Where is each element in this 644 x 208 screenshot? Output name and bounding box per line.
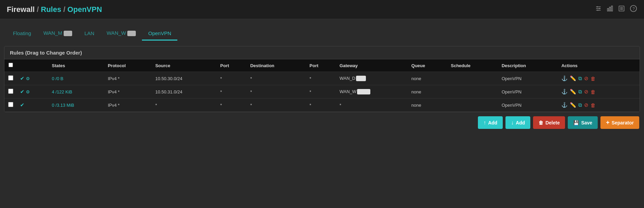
breadcrumb-sep2: /: [63, 5, 65, 14]
tab-openvpn[interactable]: OpenVPN: [142, 28, 177, 41]
row1-queue: none: [408, 72, 448, 85]
header-icons: ?: [595, 5, 637, 14]
row1-delete-icon[interactable]: 🗑: [591, 76, 596, 81]
col-icons: [17, 59, 48, 72]
col-schedule: Schedule: [448, 59, 498, 72]
help-icon[interactable]: ?: [630, 5, 637, 14]
row1-copy-icon[interactable]: ⧉: [578, 75, 582, 81]
row1-checkbox[interactable]: [8, 75, 13, 80]
add-bottom-button[interactable]: ↓ Add: [505, 116, 530, 129]
row3-port-src: *: [217, 99, 247, 112]
row2-edit-icon[interactable]: ✏️: [570, 89, 576, 95]
col-gateway: Gateway: [336, 59, 408, 72]
row2-description: OpenVPN: [498, 85, 558, 99]
separator-icon: +: [606, 119, 610, 126]
row1-edit-icon[interactable]: ✏️: [570, 75, 576, 81]
separator-label: Separator: [612, 120, 634, 125]
row1-checkbox-cell: [4, 72, 17, 85]
row2-anchor-icon[interactable]: ⚓: [561, 89, 568, 95]
row2-checkbox-cell: [4, 85, 17, 99]
row3-destination: *: [247, 99, 306, 112]
tab-floating[interactable]: Floating: [7, 28, 37, 41]
rules-table-area: Rules (Drag to Change Order) States Prot…: [4, 46, 640, 112]
svg-text:?: ?: [632, 6, 635, 11]
row2-port-src: *: [217, 85, 247, 99]
row2-gateway-badge: [357, 89, 370, 94]
save-button[interactable]: 💾 Save: [568, 116, 598, 129]
row3-anchor-icon[interactable]: ⚓: [561, 102, 568, 108]
save-label: Save: [581, 120, 592, 125]
add-top-button[interactable]: ↑ Add: [478, 116, 503, 129]
separator-button[interactable]: + Separator: [600, 116, 639, 129]
row3-actions: ⚓ ✏️ ⧉ ⊘ 🗑: [558, 99, 640, 112]
row1-actions: ⚓ ✏️ ⧉ ⊘ 🗑: [558, 72, 640, 85]
row3-schedule: [448, 99, 498, 112]
tab-wan-m-badge: [64, 31, 72, 36]
list-icon[interactable]: [618, 5, 625, 14]
table-header-row: States Protocol Source Port Destination …: [4, 59, 640, 72]
row2-copy-icon[interactable]: ⧉: [578, 89, 582, 95]
col-checkbox: [4, 59, 17, 72]
row1-disable-icon[interactable]: ⊘: [584, 75, 589, 81]
row3-delete-icon[interactable]: 🗑: [591, 102, 596, 108]
row3-disable-icon[interactable]: ⊘: [584, 102, 589, 108]
row3-source: *: [152, 99, 217, 112]
row3-queue: none: [408, 99, 448, 112]
row3-states: 0 /3.13 MiB: [48, 99, 104, 112]
tab-wan-w[interactable]: WAN_W: [100, 27, 142, 41]
row3-gateway: *: [336, 99, 408, 112]
col-actions: Actions: [558, 59, 640, 72]
row2-disable-icon[interactable]: ⊘: [584, 89, 589, 95]
row1-port-dst: *: [306, 72, 336, 85]
breadcrumb-sep1: /: [37, 5, 39, 14]
row1-source: 10.50.30.0/24: [152, 72, 217, 85]
breadcrumb-rules[interactable]: Rules: [41, 5, 61, 14]
sliders-icon[interactable]: [595, 5, 602, 14]
tab-lan[interactable]: LAN: [78, 28, 100, 41]
row3-enabled-icon: ✔: [20, 102, 25, 108]
table-row: ✔ ⚙ 0 /0 B IPv4 * 10.50.30.0/24 * * * WA…: [4, 72, 640, 85]
col-states: States: [48, 59, 104, 72]
footer-buttons: ↑ Add ↓ Add 🗑 Delete 💾 Save + Separator: [0, 112, 644, 133]
table-row: ✔ 0 /3.13 MiB IPv4 * * * * * * none Open…: [4, 99, 640, 112]
select-all-checkbox[interactable]: [9, 63, 13, 67]
svg-rect-8: [611, 6, 612, 11]
row1-gateway: WAN_D: [336, 72, 408, 85]
svg-rect-7: [609, 7, 610, 11]
row1-gateway-badge: [356, 76, 366, 81]
row3-checkbox[interactable]: [8, 102, 13, 107]
delete-button[interactable]: 🗑 Delete: [533, 116, 565, 129]
chart-icon[interactable]: [607, 5, 613, 14]
table-row: ✔ ⚙ 4 /122 KiB IPv4 * 10.50.31.0/24 * * …: [4, 85, 640, 99]
row1-enabled-icon: ✔: [20, 75, 25, 81]
tab-wan-w-badge: [127, 31, 136, 36]
row1-states: 0 /0 B: [48, 72, 104, 85]
row1-status-icons: ✔ ⚙: [17, 72, 48, 85]
breadcrumb-firewall: Firewall: [7, 5, 35, 14]
col-source: Source: [152, 59, 217, 72]
delete-icon: 🗑: [538, 120, 543, 125]
row3-edit-icon[interactable]: ✏️: [570, 102, 576, 108]
row2-checkbox[interactable]: [8, 89, 13, 94]
add-bottom-label: Add: [516, 120, 525, 125]
svg-point-5: [597, 10, 598, 11]
col-port-src: Port: [217, 59, 247, 72]
tabs-area: Floating WAN_M LAN WAN_W OpenVPN: [0, 22, 644, 41]
row3-copy-icon[interactable]: ⧉: [578, 102, 582, 108]
add-bottom-icon: ↓: [511, 120, 514, 126]
row2-gear-icon[interactable]: ⚙: [26, 89, 30, 94]
row1-gear-icon[interactable]: ⚙: [26, 76, 30, 81]
row1-anchor-icon[interactable]: ⚓: [561, 75, 568, 81]
row1-destination: *: [247, 72, 306, 85]
rules-table: States Protocol Source Port Destination …: [4, 59, 640, 112]
row2-states: 4 /122 KiB: [48, 85, 104, 99]
col-destination: Destination: [247, 59, 306, 72]
breadcrumb-openvpn: OpenVPN: [67, 5, 102, 14]
delete-label: Delete: [545, 120, 560, 125]
table-title: Rules (Drag to Change Order): [4, 46, 640, 59]
svg-rect-6: [608, 9, 609, 11]
header: Firewall / Rules / OpenVPN ?: [0, 0, 644, 19]
row2-delete-icon[interactable]: 🗑: [591, 89, 596, 95]
tab-wan-m[interactable]: WAN_M: [37, 27, 78, 41]
row3-description: OpenVPN: [498, 99, 558, 112]
